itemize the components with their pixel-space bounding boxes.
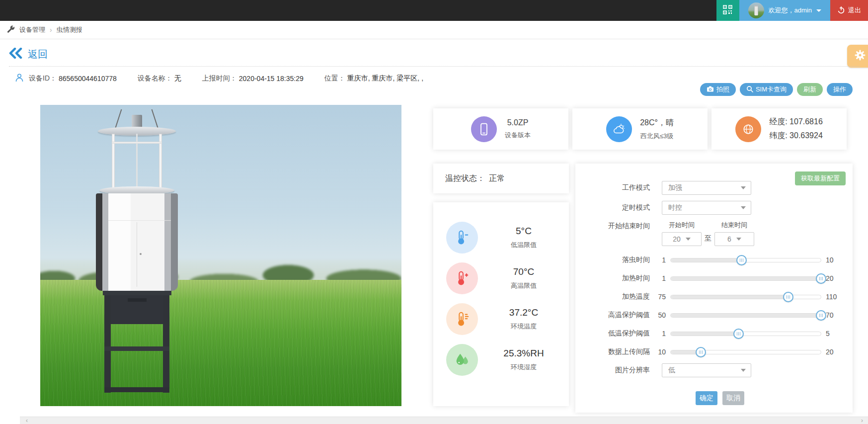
refresh-button[interactable]: 刷新: [797, 83, 823, 96]
back-button[interactable]: 返回: [9, 48, 48, 61]
search-icon: [746, 85, 753, 94]
breadcrumb-page[interactable]: 虫情测报: [57, 25, 82, 34]
end-time-select[interactable]: 6: [714, 232, 754, 246]
chevron-down-icon: [741, 206, 746, 209]
time-range-row: 开始结束时间 开始时间 20 至 结束时间 6: [581, 221, 841, 245]
slider-handle[interactable]: [696, 347, 706, 357]
sensor-ambient-temp: 37.2°C 环境温度: [433, 303, 569, 336]
settings-gear-button[interactable]: [847, 45, 868, 68]
coordinates-card: 经度: 107.6816 纬度: 30.63924: [711, 108, 847, 150]
logout-button[interactable]: 退出: [830, 0, 868, 21]
sensor-low-temp: 5°C 低温限值: [433, 221, 569, 254]
thermo-status-card: 温控状态： 正常: [433, 164, 569, 193]
timer-mode-row: 定时模式 时控: [581, 201, 841, 215]
thermometer-minus-icon: [446, 222, 478, 254]
horizontal-scrollbar[interactable]: ‹ ›: [20, 417, 868, 424]
power-icon: [837, 6, 845, 15]
longitude-value: 经度: 107.6816: [769, 117, 823, 127]
heat-temp-slider[interactable]: [670, 295, 821, 299]
take-photo-button[interactable]: 拍照: [700, 83, 736, 96]
summary-cards: 5.0ZP 设备版本 28C°，晴 西北风≤3级: [433, 108, 847, 150]
breadcrumb-section[interactable]: 设备管理: [19, 25, 45, 34]
report-time: 上报时间： 2020-04-15 18:35:29: [202, 74, 304, 83]
welcome-text: 欢迎您，admin: [769, 6, 812, 15]
device-name: 设备名称： 无: [138, 74, 181, 83]
device-photo: [40, 105, 401, 406]
resolution-row: 图片分辨率 低: [581, 363, 841, 377]
form-buttons: 确定 取消: [696, 391, 841, 405]
sim-query-button[interactable]: SIM卡查询: [740, 83, 793, 96]
device-info-row: 设备ID： 865650044610778 设备名称： 无 上报时间： 2020…: [15, 73, 423, 84]
confirm-button[interactable]: 确定: [696, 391, 717, 405]
drop-time-slider[interactable]: [670, 258, 821, 262]
back-label: 返回: [28, 48, 48, 61]
user-menu[interactable]: 欢迎您，admin: [739, 0, 830, 21]
photo-sky: [40, 105, 401, 284]
page: 欢迎您，admin 退出 设备管理 › 虫情测报: [0, 0, 868, 424]
slider-row-heat-temp: 加热温度 75 110: [581, 290, 841, 304]
version-card: 5.0ZP 设备版本: [433, 108, 568, 150]
scroll-left-icon[interactable]: ‹: [23, 417, 31, 424]
toolbar: 拍照 SIM卡查询 刷新 操作: [700, 83, 853, 96]
slider-row-drop-time: 落虫时间 1 10: [581, 253, 841, 267]
device-version-value: 5.0ZP: [505, 118, 531, 127]
low-protect-slider[interactable]: [670, 332, 821, 336]
upload-interval-slider[interactable]: [670, 350, 821, 354]
chevron-down-icon: [736, 238, 741, 241]
settings-panel: 获取最新配置 工作模式 加强 定时模式 时控 开始结束时间 开始时间 20: [575, 164, 853, 413]
wind-value: 西北风≤3级: [640, 132, 674, 141]
device-version-label: 设备版本: [505, 131, 531, 140]
thermo-status-label: 温控状态：: [445, 173, 485, 184]
slider-handle[interactable]: [816, 310, 826, 321]
sensor-high-temp: 70°C 高温限值: [433, 262, 569, 295]
dotted-divider: [9, 66, 860, 67]
slider-row-heat-time: 加热时间 1 20: [581, 271, 841, 285]
globe-icon: [735, 116, 761, 142]
weather-card: 28C°，晴 西北风≤3级: [572, 108, 708, 150]
slider-handle[interactable]: [816, 273, 826, 284]
cancel-button[interactable]: 取消: [722, 391, 744, 405]
chevron-down-icon: [816, 9, 821, 12]
qr-code-icon: [723, 5, 732, 16]
location: 位置： 重庆市, 重庆市, 梁平区, ,: [324, 74, 423, 83]
thermo-status-value: 正常: [489, 173, 505, 184]
slider-handle[interactable]: [736, 255, 747, 265]
slider-row-high-protect: 高温保护阈值 50 70: [581, 308, 841, 322]
double-chevron-left-icon: [9, 48, 24, 61]
thermometer-icon: [446, 303, 478, 335]
weather-value: 28C°，晴: [640, 118, 674, 128]
scroll-right-icon[interactable]: ›: [858, 417, 866, 424]
top-bar: 欢迎您，admin 退出: [0, 0, 868, 21]
action-button[interactable]: 操作: [827, 83, 853, 96]
resolution-select[interactable]: 低: [662, 363, 751, 377]
avatar: [748, 2, 764, 18]
start-time-select[interactable]: 20: [662, 232, 702, 246]
thermometer-plus-icon: [446, 262, 478, 294]
slider-handle[interactable]: [783, 292, 793, 302]
fetch-config-button[interactable]: 获取最新配置: [795, 171, 846, 185]
sensor-humidity: 25.3%RH 环境湿度: [433, 343, 569, 376]
chevron-down-icon: [741, 186, 746, 189]
slider-row-low-protect: 低温保护阈值 1 5: [581, 327, 841, 340]
chevron-down-icon: [741, 369, 746, 372]
photo-field: [40, 280, 401, 406]
camera-icon: [707, 85, 714, 94]
sensor-panel: 5°C 低温限值 70°C 高温限值: [433, 202, 569, 406]
chevron-down-icon: [686, 238, 691, 241]
phone-icon: [471, 116, 497, 142]
latitude-value: 纬度: 30.63924: [769, 131, 823, 141]
pest-trap-device: [96, 109, 178, 397]
wrench-icon: [7, 25, 15, 35]
weather-icon: [606, 116, 632, 142]
breadcrumb: 设备管理 › 虫情测报: [0, 21, 868, 39]
slider-row-upload-interval: 数据上传间隔 10 20: [581, 345, 841, 359]
logout-label: 退出: [848, 6, 861, 15]
heat-time-slider[interactable]: [670, 276, 821, 281]
droplet-icon: [446, 344, 478, 376]
high-protect-slider[interactable]: [670, 313, 821, 318]
slider-handle[interactable]: [733, 329, 744, 339]
qr-code-button[interactable]: [716, 0, 739, 21]
timer-mode-select[interactable]: 时控: [662, 201, 751, 215]
device-id: 设备ID： 865650044610778: [15, 73, 117, 84]
work-mode-select[interactable]: 加强: [662, 181, 751, 195]
